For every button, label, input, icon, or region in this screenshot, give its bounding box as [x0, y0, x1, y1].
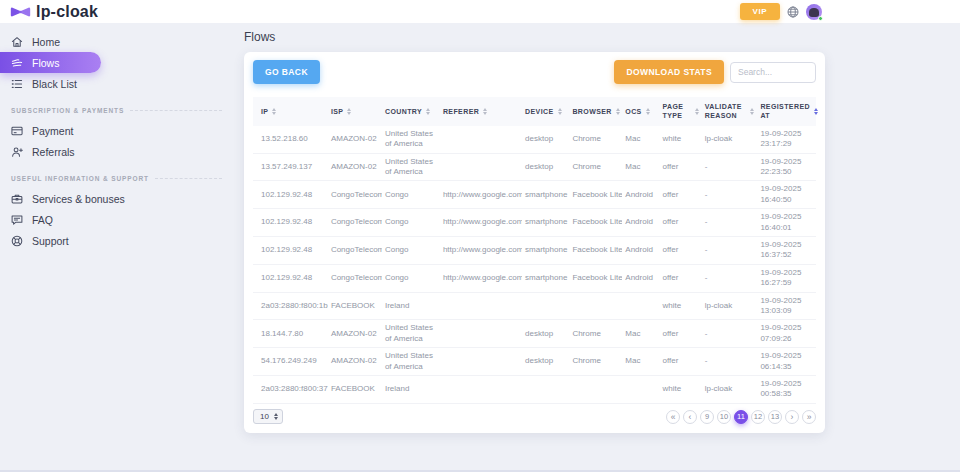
referrals-icon — [11, 146, 23, 158]
sort-icon[interactable] — [750, 108, 754, 116]
flows-icon — [11, 57, 23, 69]
cell-country: United States of America — [382, 348, 440, 376]
cell-ocs: Mac — [622, 348, 659, 376]
sidebar-item-services-bonuses[interactable]: Services & bonuses — [0, 188, 240, 209]
top-header: lp-cloak VIP — [0, 0, 960, 23]
sort-icon[interactable] — [272, 108, 276, 116]
cell-isp: CongoTelecom — [328, 181, 382, 209]
page-button-13[interactable]: 13 — [768, 410, 782, 424]
sort-icon[interactable] — [558, 108, 562, 116]
cell-country: Congo — [382, 264, 440, 292]
cell-ocs: Android — [622, 264, 659, 292]
column-header-referer[interactable]: REFERER — [440, 97, 522, 126]
cell-country: United States of America — [382, 153, 440, 181]
section-title: SUBSCRIPTION & PAYMENTS — [11, 107, 124, 114]
logo[interactable]: lp-cloak — [10, 3, 98, 21]
cell-validate-reason: - — [702, 264, 758, 292]
page-size-value: 10 — [260, 412, 269, 421]
last-page-button[interactable]: » — [802, 410, 816, 424]
column-header-registered-at[interactable]: REGISTERED AT — [757, 97, 816, 126]
page-button-12[interactable]: 12 — [751, 410, 765, 424]
sort-icon[interactable] — [814, 108, 818, 116]
cell-device: smartphone — [522, 181, 569, 209]
sort-icon[interactable] — [616, 108, 620, 116]
column-header-ip[interactable]: IP — [253, 97, 328, 126]
user-avatar[interactable] — [806, 4, 822, 20]
column-header-browser[interactable]: BROWSER — [569, 97, 622, 126]
cell-referer — [440, 320, 522, 348]
cell-device: smartphone — [522, 209, 569, 237]
table-row: 13.52.218.60AMAZON-02United States of Am… — [253, 126, 816, 153]
table-row: 102.129.92.48CongoTelecomCongohttp://www… — [253, 209, 816, 237]
language-globe-icon[interactable] — [787, 6, 799, 18]
page-size-select[interactable]: 10 — [253, 409, 283, 424]
sidebar-item-home[interactable]: Home — [0, 31, 240, 52]
sort-icon[interactable] — [426, 108, 430, 116]
sort-icon[interactable] — [646, 108, 650, 116]
cell-ip: 18.144.7.80 — [253, 320, 328, 348]
sidebar-section-header: SUBSCRIPTION & PAYMENTS — [0, 107, 240, 114]
cell-isp: FACEBOOK — [328, 292, 382, 320]
search-input[interactable] — [730, 62, 816, 83]
flows-table-wrap: IPISPCOUNTRYREFERERDEVICEBROWSEROCSPAGE … — [253, 97, 816, 404]
cell-page-type: offer — [659, 181, 701, 209]
vip-button[interactable]: VIP — [740, 3, 780, 20]
cell-ip: 2a03:2880:f800:37:: — [253, 375, 328, 403]
sidebar-item-support[interactable]: Support — [0, 230, 240, 251]
table-row: 102.129.92.48CongoTelecomCongohttp://www… — [253, 237, 816, 265]
go-back-button[interactable]: GO BACK — [253, 60, 320, 84]
sidebar-item-flows[interactable]: Flows — [0, 52, 101, 73]
cell-referer — [440, 153, 522, 181]
cell-registered-at: 19-09-202513:03:09 — [757, 292, 816, 320]
column-header-device[interactable]: DEVICE — [522, 97, 569, 126]
column-label: DEVICE — [525, 107, 553, 116]
sidebar-item-payment[interactable]: Payment — [0, 120, 240, 141]
cell-device — [522, 292, 569, 320]
cell-registered-at: 19-09-202516:40:01 — [757, 209, 816, 237]
sort-icon[interactable] — [347, 108, 351, 116]
cell-browser — [569, 292, 622, 320]
column-header-country[interactable]: COUNTRY — [382, 97, 440, 126]
cell-referer: http://www.google.com/ — [440, 209, 522, 237]
page-button-9[interactable]: 9 — [700, 410, 714, 424]
cell-isp: CongoTelecom — [328, 237, 382, 265]
sidebar-section-header: USEFUL INFORMATION & SUPPORT — [0, 175, 240, 182]
section-rule — [130, 110, 222, 111]
online-status-dot — [818, 16, 823, 21]
cell-validate-reason: lp-cloak — [702, 292, 758, 320]
cell-ip: 13.57.249.137 — [253, 153, 328, 181]
page-button-10[interactable]: 10 — [717, 410, 731, 424]
cell-ip: 13.52.218.60 — [253, 126, 328, 153]
column-header-isp[interactable]: ISP — [328, 97, 382, 126]
sidebar-item-faq[interactable]: FAQ — [0, 209, 240, 230]
sidebar-item-referrals[interactable]: Referrals — [0, 141, 240, 162]
cell-device: smartphone — [522, 237, 569, 265]
cell-country: United States of America — [382, 320, 440, 348]
download-stats-button[interactable]: DOWNLOAD STATS — [614, 60, 724, 84]
column-header-page-type[interactable]: PAGE TYPE — [659, 97, 701, 126]
cell-validate-reason: - — [702, 153, 758, 181]
prev-page-button[interactable]: ‹ — [683, 410, 697, 424]
sidebar-item-black-list[interactable]: Black List — [0, 73, 240, 94]
table-header-row: IPISPCOUNTRYREFERERDEVICEBROWSEROCSPAGE … — [253, 97, 816, 126]
avatar-figure — [809, 8, 819, 17]
column-header-validate-reason[interactable]: VALIDATE REASON — [702, 97, 758, 126]
cell-country: Ireland — [382, 292, 440, 320]
cell-browser: Facebook Lite — [569, 181, 622, 209]
first-page-button[interactable]: « — [666, 410, 680, 424]
next-page-button[interactable]: › — [785, 410, 799, 424]
column-header-ocs[interactable]: OCS — [622, 97, 659, 126]
page-button-11[interactable]: 11 — [734, 410, 748, 424]
cell-country: Congo — [382, 237, 440, 265]
sort-icon[interactable] — [483, 108, 487, 116]
cell-browser: Chrome — [569, 348, 622, 376]
sort-icon[interactable] — [695, 108, 699, 116]
column-label: OCS — [625, 107, 641, 116]
cell-device: desktop — [522, 348, 569, 376]
cell-registered-at: 19-09-202522:23:50 — [757, 153, 816, 181]
sidebar-item-label: Support — [32, 235, 69, 247]
cell-ocs: Android — [622, 237, 659, 265]
sidebar-item-label: Services & bonuses — [32, 193, 125, 205]
cell-referer: http://www.google.com/ — [440, 181, 522, 209]
table-row: 2a03:2880:f800:1b::FACEBOOKIrelandwhitel… — [253, 292, 816, 320]
